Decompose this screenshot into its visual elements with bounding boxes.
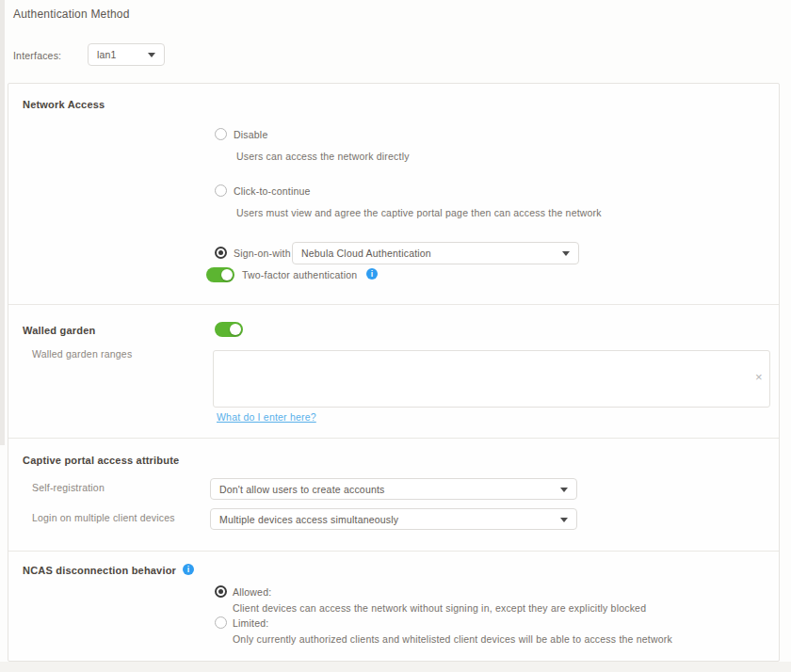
self-registration-label: Self-registration — [32, 482, 105, 493]
radio-disable-description: Users can access the network directly — [236, 151, 410, 162]
radio-limited[interactable] — [215, 616, 227, 629]
sign-on-method-value: Nebula Cloud Authentication — [301, 248, 431, 259]
radio-click-to-continue[interactable] — [215, 184, 227, 197]
radio-sign-on-with[interactable] — [215, 247, 227, 259]
walled-garden-ranges-input[interactable] — [213, 350, 770, 408]
radio-limited-description: Only currently authorized clients and wh… — [233, 633, 672, 645]
network-access-heading: Network Access — [23, 99, 105, 110]
radio-click-to-continue-label[interactable]: Click-to-continue — [234, 185, 311, 197]
interfaces-select-value: lan1 — [97, 49, 117, 60]
multi-device-login-label: Login on multiple client devices — [32, 512, 175, 523]
walled-garden-heading: Walled garden — [23, 325, 95, 336]
section-divider — [8, 551, 779, 552]
two-factor-label: Two-factor authentication — [242, 269, 357, 280]
walled-garden-toggle[interactable] — [215, 322, 243, 337]
two-factor-toggle[interactable] — [206, 267, 234, 282]
radio-limited-label[interactable]: Limited: — [233, 617, 268, 629]
info-icon[interactable]: i — [183, 564, 194, 575]
section-divider — [8, 438, 779, 439]
radio-click-to-continue-description: Users must view and agree the captive po… — [236, 207, 602, 218]
walled-garden-ranges-label: Walled garden ranges — [32, 348, 132, 360]
chevron-down-icon — [148, 53, 155, 57]
ncas-heading: NCAS disconnection behavior — [23, 565, 176, 576]
page-left-edge — [0, 0, 5, 445]
interfaces-label: Interfaces: — [13, 50, 61, 61]
authentication-method-page: Authentication Method Interfaces: lan1 N… — [0, 0, 791, 672]
radio-allowed-description: Client devices can access the network wi… — [233, 602, 646, 614]
chevron-down-icon — [560, 488, 568, 492]
page-title: Authentication Method — [13, 8, 130, 21]
radio-disable[interactable] — [215, 128, 227, 140]
interfaces-select[interactable]: lan1 — [88, 43, 165, 66]
radio-sign-on-with-label[interactable]: Sign-on-with — [234, 248, 291, 259]
self-registration-select[interactable]: Don't allow users to create accounts — [210, 478, 577, 500]
chevron-down-icon — [560, 518, 568, 522]
captive-portal-heading: Captive portal access attribute — [23, 455, 179, 466]
info-icon[interactable]: i — [366, 268, 378, 280]
page-bottom-edge — [0, 662, 791, 672]
radio-disable-label[interactable]: Disable — [234, 129, 267, 140]
chevron-down-icon — [562, 251, 570, 256]
walled-garden-help-link[interactable]: What do I enter here? — [217, 411, 316, 423]
radio-allowed-label[interactable]: Allowed: — [233, 586, 271, 598]
clear-icon[interactable]: × — [755, 370, 763, 384]
self-registration-value: Don't allow users to create accounts — [219, 484, 385, 495]
multi-device-login-select[interactable]: Multiple devices access simultaneously — [210, 508, 577, 530]
radio-allowed[interactable] — [215, 585, 227, 598]
sign-on-method-select[interactable]: Nebula Cloud Authentication — [292, 242, 579, 264]
section-divider — [8, 304, 779, 305]
multi-device-login-value: Multiple devices access simultaneously — [219, 514, 398, 525]
